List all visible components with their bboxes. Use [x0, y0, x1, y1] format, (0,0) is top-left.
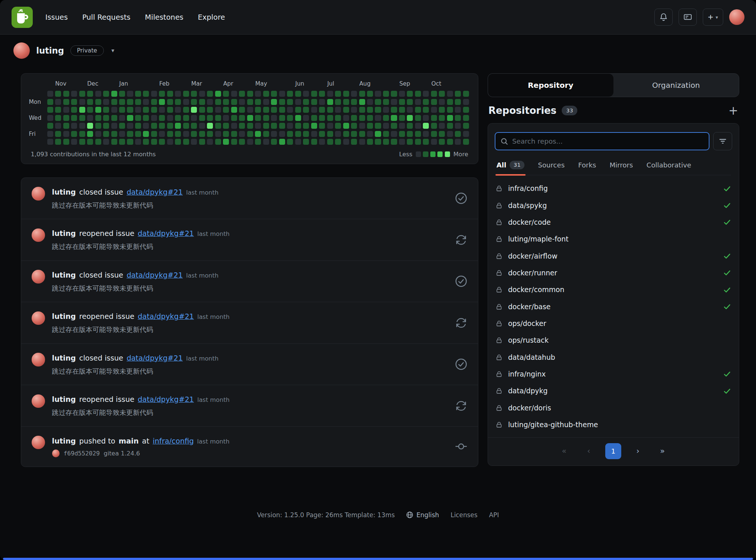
heatmap-cell[interactable]	[47, 139, 53, 145]
heatmap-cell[interactable]	[431, 99, 437, 105]
heatmap-cell[interactable]	[223, 115, 229, 121]
heatmap-cell[interactable]	[399, 115, 405, 121]
repo-link[interactable]: ops/docker	[508, 320, 546, 327]
heatmap-cell[interactable]	[247, 115, 253, 121]
activity-user[interactable]: luting	[52, 271, 76, 279]
heatmap-cell[interactable]	[135, 139, 141, 145]
heatmap-cell[interactable]	[399, 131, 405, 137]
heatmap-cell[interactable]	[127, 115, 133, 121]
heatmap-cell[interactable]	[255, 107, 261, 113]
heatmap-cell[interactable]	[239, 123, 245, 129]
gitea-logo[interactable]	[12, 7, 33, 28]
heatmap-cell[interactable]	[207, 139, 213, 145]
licenses-link[interactable]: Licenses	[451, 511, 478, 519]
heatmap-cell[interactable]	[335, 107, 341, 113]
heatmap-cell[interactable]	[391, 91, 397, 97]
heatmap-cell[interactable]	[335, 131, 341, 137]
heatmap-cell[interactable]	[95, 99, 101, 105]
heatmap-cell[interactable]	[207, 131, 213, 137]
heatmap-cell[interactable]	[335, 99, 341, 105]
heatmap-cell[interactable]	[407, 99, 413, 105]
heatmap-cell[interactable]	[359, 91, 365, 97]
activity-user[interactable]: luting	[52, 312, 76, 321]
heatmap-cell[interactable]	[87, 123, 93, 129]
heatmap-cell[interactable]	[247, 139, 253, 145]
heatmap-cell[interactable]	[447, 123, 453, 129]
heatmap-cell[interactable]	[239, 91, 245, 97]
repo-link[interactable]: ops/rustack	[508, 336, 549, 344]
heatmap-cell[interactable]	[367, 139, 373, 145]
heatmap-cell[interactable]	[55, 107, 61, 113]
heatmap-cell[interactable]	[415, 107, 421, 113]
heatmap-cell[interactable]	[455, 115, 461, 121]
navbar-link[interactable]: Milestones	[145, 13, 183, 22]
repo-link[interactable]: docker/code	[508, 218, 551, 226]
heatmap-cell[interactable]	[247, 131, 253, 137]
heatmap-cell[interactable]	[231, 115, 237, 121]
heatmap-cell[interactable]	[327, 107, 333, 113]
heatmap-cell[interactable]	[215, 99, 221, 105]
repo-filter-tab-forks[interactable]: Forks	[577, 157, 597, 175]
repo-list-item[interactable]: luting/gitea-github-theme	[495, 416, 731, 433]
heatmap-cell[interactable]	[207, 91, 213, 97]
heatmap-cell[interactable]	[47, 107, 53, 113]
repo-link[interactable]: docker/runner	[508, 269, 557, 277]
heatmap-cell[interactable]	[375, 91, 381, 97]
heatmap-cell[interactable]	[199, 99, 205, 105]
heatmap-cell[interactable]	[231, 99, 237, 105]
heatmap-cell[interactable]	[423, 99, 429, 105]
heatmap-cell[interactable]	[175, 91, 181, 97]
heatmap-cell[interactable]	[103, 139, 109, 145]
heatmap-cell[interactable]	[63, 107, 69, 113]
heatmap-cell[interactable]	[431, 91, 437, 97]
activity-link[interactable]: infra/config	[153, 437, 194, 445]
heatmap-cell[interactable]	[87, 131, 93, 137]
heatmap-cell[interactable]	[103, 99, 109, 105]
heatmap-cell[interactable]	[303, 107, 309, 113]
heatmap-cell[interactable]	[303, 123, 309, 129]
heatmap-cell[interactable]	[359, 115, 365, 121]
heatmap-cell[interactable]	[279, 131, 285, 137]
heatmap-cell[interactable]	[415, 131, 421, 137]
heatmap-cell[interactable]	[143, 99, 149, 105]
heatmap-cell[interactable]	[255, 131, 261, 137]
heatmap-cell[interactable]	[311, 115, 317, 121]
heatmap-cell[interactable]	[439, 91, 445, 97]
heatmap-cell[interactable]	[303, 139, 309, 145]
heatmap-cell[interactable]	[343, 107, 349, 113]
heatmap-cell[interactable]	[295, 107, 301, 113]
heatmap-cell[interactable]	[463, 115, 469, 121]
repo-link[interactable]: data/datahub	[508, 353, 555, 361]
heatmap-cell[interactable]	[303, 131, 309, 137]
activity-user[interactable]: luting	[52, 437, 76, 445]
repo-list-item[interactable]: data/spykg	[495, 197, 731, 214]
heatmap-cell[interactable]	[47, 91, 53, 97]
heatmap-cell[interactable]	[47, 123, 53, 129]
repo-list-item[interactable]: ops/docker	[495, 315, 731, 332]
heatmap-cell[interactable]	[383, 123, 389, 129]
heatmap-cell[interactable]	[119, 139, 125, 145]
heatmap-cell[interactable]	[295, 99, 301, 105]
navbar-link[interactable]: Explore	[198, 13, 225, 22]
repo-link[interactable]: data/dpykg	[508, 387, 548, 395]
heatmap-cell[interactable]	[151, 99, 157, 105]
actor-avatar[interactable]	[32, 270, 45, 283]
heatmap-cell[interactable]	[223, 139, 229, 145]
heatmap-cell[interactable]	[303, 115, 309, 121]
heatmap-cell[interactable]	[319, 99, 325, 105]
heatmap-cell[interactable]	[255, 123, 261, 129]
heatmap-cell[interactable]	[351, 115, 357, 121]
heatmap-cell[interactable]	[319, 139, 325, 145]
heatmap-cell[interactable]	[399, 107, 405, 113]
panel-button[interactable]	[679, 9, 697, 26]
repo-link[interactable]: infra/nginx	[508, 370, 546, 378]
heatmap-cell[interactable]	[183, 115, 189, 121]
repo-filter-tab-collaborative[interactable]: Collaborative	[645, 157, 692, 175]
repo-filter-tab-all[interactable]: All 31	[495, 157, 525, 175]
heatmap-cell[interactable]	[135, 115, 141, 121]
actor-avatar[interactable]	[32, 228, 45, 242]
heatmap-cell[interactable]	[311, 131, 317, 137]
heatmap-cell[interactable]	[375, 107, 381, 113]
heatmap-cell[interactable]	[79, 139, 85, 145]
heatmap-cell[interactable]	[351, 107, 357, 113]
